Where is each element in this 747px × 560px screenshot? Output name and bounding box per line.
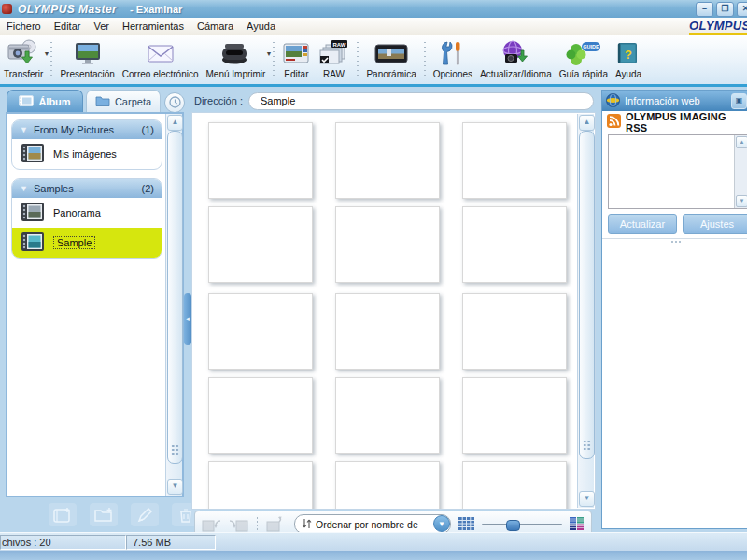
help-question-text: ? bbox=[625, 47, 632, 61]
thumbnail-waterfall[interactable] bbox=[208, 377, 313, 454]
thumbnail-yellow-flower[interactable] bbox=[462, 206, 567, 283]
edit-button[interactable]: Editar bbox=[278, 37, 314, 83]
help-button[interactable]: ? Ayuda bbox=[612, 37, 645, 83]
collapse-arrow-icon[interactable]: ▼ bbox=[20, 184, 28, 193]
email-button[interactable]: Correo electrónico bbox=[119, 37, 203, 83]
collapse-arrow-icon[interactable]: ▼ bbox=[20, 125, 28, 134]
panel-collapse-button[interactable]: ▣ bbox=[731, 93, 747, 109]
menu-fichero[interactable]: Fichero bbox=[0, 21, 48, 32]
toolbar-separator bbox=[423, 40, 427, 77]
rss-title-row: OLYMPUS IMAGING RSS bbox=[602, 111, 747, 133]
edit-album-button[interactable] bbox=[131, 503, 159, 526]
scroll-down-icon[interactable]: ▼ bbox=[579, 491, 595, 507]
menu-editar[interactable]: Editar bbox=[48, 21, 88, 32]
album-label: Sample bbox=[53, 236, 95, 249]
scroll-up-icon[interactable]: ▲ bbox=[167, 115, 183, 131]
transfer-dropdown-arrow[interactable]: ▼ bbox=[43, 50, 49, 57]
menu-ver[interactable]: Ver bbox=[87, 21, 116, 32]
printer-icon bbox=[220, 38, 250, 68]
print-dropdown-arrow[interactable]: ▼ bbox=[265, 50, 272, 57]
slideshow-button[interactable]: Presentación bbox=[56, 37, 118, 83]
settings-label: Ajustes bbox=[700, 218, 734, 230]
group-count: (2) bbox=[142, 183, 154, 194]
rotate-selection-button[interactable] bbox=[265, 516, 284, 533]
thumbnail-tropical-beach[interactable] bbox=[208, 122, 313, 199]
photo-album-icon bbox=[21, 143, 45, 165]
close-button[interactable]: ✕ bbox=[737, 2, 747, 17]
scrollbar-thumb[interactable] bbox=[579, 131, 595, 459]
web-info-buttons: Actualizar Ajustes bbox=[608, 214, 747, 234]
panorama-button[interactable]: Panorámica bbox=[362, 37, 419, 83]
thumbnail-stream-rocks[interactable] bbox=[208, 461, 313, 510]
email-icon bbox=[147, 38, 175, 68]
maximize-button[interactable]: ❐ bbox=[716, 2, 734, 17]
thumbnail-grid-icon[interactable] bbox=[458, 516, 475, 533]
menubar: Fichero Editar Ver Herramientas Cámara A… bbox=[0, 18, 747, 35]
options-button[interactable]: Opciones bbox=[430, 37, 476, 83]
album-tab-label: Álbum bbox=[38, 96, 70, 107]
album-item-sample-selected[interactable]: Sample bbox=[12, 228, 162, 258]
thumbnail-city-night[interactable] bbox=[208, 206, 313, 283]
thumbnail-cactus-closeup[interactable] bbox=[335, 461, 440, 510]
refresh-button[interactable]: Actualizar bbox=[608, 214, 677, 234]
thumbnail-coastal-bay[interactable] bbox=[462, 293, 567, 370]
raw-button[interactable]: RAW RAW bbox=[314, 37, 353, 83]
thumbnail-red-yellow-flower[interactable] bbox=[462, 122, 567, 199]
view-mode-icon[interactable] bbox=[569, 516, 585, 533]
scroll-down-icon[interactable]: ▼ bbox=[736, 195, 747, 207]
settings-button[interactable]: Ajustes bbox=[683, 214, 747, 234]
slideshow-label: Presentación bbox=[60, 69, 114, 79]
thumbnail-pink-hibiscus[interactable] bbox=[335, 293, 440, 370]
album-item-panorama[interactable]: Panorama bbox=[12, 198, 162, 228]
thumbnail-elk-at-lake[interactable] bbox=[335, 377, 440, 454]
chevron-down-icon[interactable]: ▼ bbox=[433, 515, 450, 532]
guide-badge-text: GUIDE bbox=[583, 44, 599, 49]
group-header[interactable]: ▼ Samples (2) bbox=[12, 179, 162, 198]
scroll-up-icon[interactable]: ▲ bbox=[736, 136, 747, 148]
scrollbar-thumb[interactable] bbox=[167, 131, 183, 464]
thumbnail-cherry-blossoms[interactable] bbox=[462, 461, 567, 510]
thumbnail-mountain-lake[interactable] bbox=[462, 377, 567, 454]
panel-splitter-handle[interactable] bbox=[602, 238, 747, 244]
scroll-up-icon[interactable]: ▲ bbox=[579, 115, 595, 131]
window-mode-title: - Examinar bbox=[130, 4, 182, 15]
menu-camara[interactable]: Cámara bbox=[190, 21, 240, 32]
sidebar-splitter-handle[interactable]: ◄ bbox=[184, 293, 191, 345]
thumbnail-flower-meadow[interactable] bbox=[208, 293, 313, 370]
transfer-button[interactable]: ▼ Transferir bbox=[0, 37, 47, 83]
group-header[interactable]: ▼ From My Pictures (1) bbox=[12, 120, 162, 139]
folder-tab-icon bbox=[95, 95, 110, 108]
rotate-right-button[interactable] bbox=[229, 516, 249, 533]
gallery-scrollbar[interactable]: ▲ ▼ bbox=[577, 114, 594, 508]
address-field[interactable]: Sample bbox=[248, 92, 594, 110]
new-folder-button[interactable] bbox=[90, 503, 118, 526]
minimize-button[interactable]: – bbox=[696, 2, 713, 17]
sort-dropdown[interactable]: Ordenar por nombre de ▼ bbox=[294, 514, 451, 534]
titlebar[interactable]: OLYMPUS Master - Examinar – ❐ ✕ bbox=[0, 0, 747, 18]
update-language-button[interactable]: Actualizar/Idioma bbox=[476, 37, 556, 83]
raw-label: RAW bbox=[323, 69, 345, 79]
quick-guide-button[interactable]: GUIDE Guía rápida bbox=[556, 37, 612, 83]
new-album-button[interactable] bbox=[49, 503, 77, 526]
slider-thumb[interactable] bbox=[506, 520, 520, 531]
menu-ayuda[interactable]: Ayuda bbox=[240, 21, 282, 32]
thumbnail-sunset-sky[interactable] bbox=[335, 122, 440, 199]
menu-herramientas[interactable]: Herramientas bbox=[116, 21, 190, 32]
toolbar-accent-line bbox=[0, 84, 747, 87]
print-menu-button[interactable]: ▼ Menú Imprimir bbox=[203, 37, 270, 83]
calendar-view-button[interactable] bbox=[164, 92, 185, 113]
rss-feed-list[interactable]: ▲ ▼ bbox=[608, 134, 747, 209]
toolbar-separator bbox=[356, 40, 359, 77]
rss-scrollbar[interactable]: ▲ ▼ bbox=[734, 135, 747, 208]
tab-carpeta[interactable]: Carpeta bbox=[86, 90, 161, 113]
rotate-left-button[interactable] bbox=[202, 516, 222, 533]
scroll-down-icon[interactable]: ▼ bbox=[167, 479, 183, 495]
window-bottom-edge bbox=[0, 551, 747, 560]
tab-album[interactable]: Álbum bbox=[7, 90, 83, 113]
web-info-header[interactable]: Información web ▣ bbox=[602, 91, 747, 111]
album-item-mis-imagenes[interactable]: Mis imágenes bbox=[12, 139, 162, 169]
thumbnail-temari-ball[interactable] bbox=[335, 206, 440, 283]
clock-icon bbox=[169, 96, 181, 110]
thumbnail-size-slider[interactable] bbox=[482, 517, 562, 532]
sidebar-scrollbar[interactable]: ▲ ▼ bbox=[165, 114, 182, 496]
